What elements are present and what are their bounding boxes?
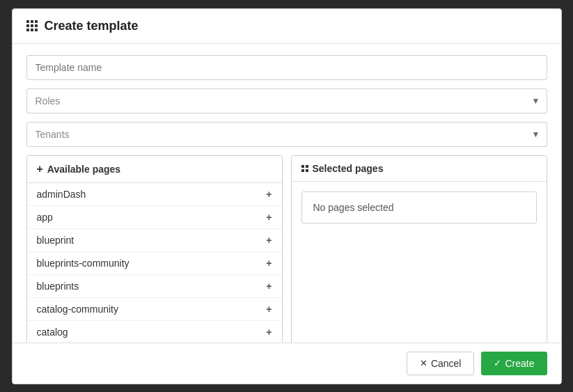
modal-footer: ✕ Cancel ✓ Create (13, 343, 561, 384)
page-item-label: blueprints-community (37, 258, 129, 269)
cancel-button[interactable]: ✕ Cancel (407, 352, 475, 375)
add-page-icon[interactable]: + (266, 212, 272, 223)
add-page-icon[interactable]: + (266, 235, 272, 246)
add-page-icon[interactable]: + (266, 189, 272, 200)
page-item-label: app (37, 212, 53, 223)
create-button[interactable]: ✓ Create (481, 352, 547, 375)
page-item-label: blueprint (37, 235, 74, 246)
selected-pages-grid-icon (301, 165, 308, 172)
available-pages-panel: + Available pages adminDash+app+blueprin… (26, 155, 283, 343)
selected-pages-panel: Selected pages No pages selected (291, 155, 547, 343)
no-pages-selected-box: No pages selected (301, 191, 537, 224)
page-item-label: catalog (37, 327, 68, 338)
available-pages-header: + Available pages (27, 156, 282, 183)
roles-select[interactable]: Roles (26, 88, 547, 113)
add-page-icon[interactable]: + (266, 281, 272, 292)
template-name-input[interactable] (26, 55, 547, 80)
page-list-item[interactable]: blueprints+ (27, 275, 282, 298)
pages-section: + Available pages adminDash+app+blueprin… (26, 155, 547, 343)
cancel-label: Cancel (431, 358, 462, 369)
available-pages-list: adminDash+app+blueprint+blueprints-commu… (27, 183, 282, 343)
page-item-label: adminDash (37, 189, 86, 200)
modal-title: Create template (45, 19, 139, 33)
modal-header: Create template (13, 9, 561, 44)
cancel-x-icon: ✕ (420, 358, 427, 368)
modal-overlay: Create template Roles ▼ Tenants ▼ (0, 0, 573, 392)
selected-pages-header: Selected pages (292, 156, 547, 182)
create-label: Create (505, 358, 534, 369)
page-item-label: catalog-community (37, 304, 119, 315)
page-list-item[interactable]: catalog-community+ (27, 298, 282, 321)
page-list-item[interactable]: catalog+ (27, 321, 282, 343)
page-list-item[interactable]: blueprint+ (27, 229, 282, 252)
available-pages-label: Available pages (47, 164, 120, 175)
modal-body: Roles ▼ Tenants ▼ + Available pages (13, 44, 561, 343)
plus-icon: + (37, 163, 43, 175)
page-list-item[interactable]: adminDash+ (27, 183, 282, 206)
tenants-select[interactable]: Tenants (26, 122, 547, 147)
grid-icon (26, 20, 38, 31)
page-list-item[interactable]: app+ (27, 206, 282, 229)
selected-pages-label: Selected pages (313, 163, 384, 174)
no-pages-selected-text: No pages selected (313, 202, 394, 213)
page-list-item[interactable]: blueprints-community+ (27, 252, 282, 275)
add-page-icon[interactable]: + (266, 258, 272, 269)
tenants-select-wrapper: Tenants ▼ (26, 122, 547, 147)
page-item-label: blueprints (37, 281, 79, 292)
create-template-modal: Create template Roles ▼ Tenants ▼ (12, 8, 562, 384)
add-page-icon[interactable]: + (266, 304, 272, 315)
add-page-icon[interactable]: + (266, 327, 272, 338)
roles-select-wrapper: Roles ▼ (26, 88, 547, 113)
create-check-icon: ✓ (494, 358, 501, 368)
